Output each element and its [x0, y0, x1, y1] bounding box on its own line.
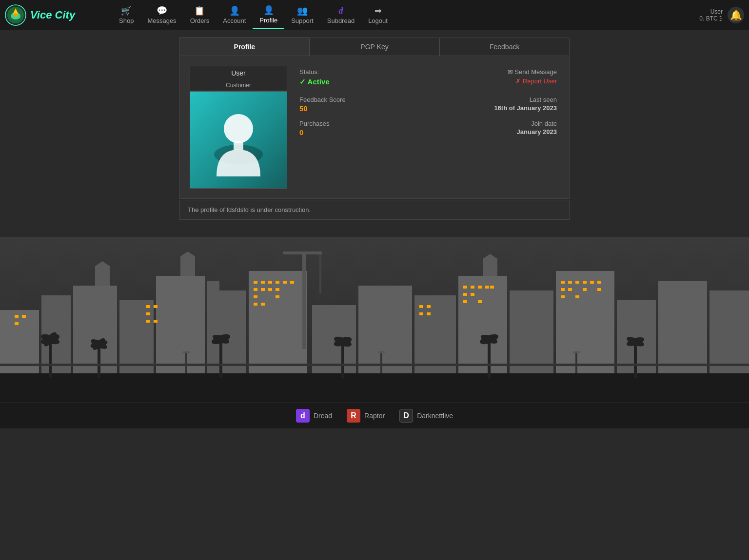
- report-user-link[interactable]: ✗ Report User: [508, 77, 557, 85]
- darknetlive-logo: D: [399, 409, 413, 423]
- svg-rect-106: [573, 351, 580, 353]
- svg-rect-43: [276, 281, 279, 284]
- svg-rect-40: [254, 281, 257, 284]
- svg-rect-67: [561, 281, 565, 284]
- svg-rect-101: [185, 351, 187, 373]
- avatar-box: [190, 91, 287, 189]
- svg-rect-53: [261, 303, 265, 306]
- svg-marker-15: [180, 251, 195, 276]
- svg-rect-50: [254, 295, 257, 298]
- join-date-label: Join date: [432, 120, 557, 127]
- messages-icon: 💬: [157, 5, 167, 16]
- nav-orders[interactable]: 📋 Orders: [183, 1, 217, 28]
- dread-logo: d: [296, 409, 310, 423]
- nav-subdread[interactable]: d Subdread: [320, 2, 361, 28]
- svg-rect-103: [380, 351, 382, 373]
- svg-rect-59: [471, 286, 474, 289]
- svg-rect-20: [319, 254, 321, 293]
- tab-pgp[interactable]: PGP Key: [310, 38, 440, 56]
- footer-raptor-label: Raptor: [364, 412, 385, 420]
- svg-rect-49: [276, 288, 279, 291]
- site-name: Vice City: [30, 9, 75, 21]
- profile-panel: User Customer: [179, 56, 570, 199]
- notifications-bell[interactable]: 🔔: [728, 7, 744, 23]
- svg-rect-74: [568, 288, 572, 291]
- navbar: Vice City 🛒 Shop 💬 Messages 📋 Orders 👤 A…: [0, 0, 749, 30]
- support-icon: 👥: [297, 5, 308, 16]
- svg-rect-42: [268, 281, 272, 284]
- username-badge: User: [190, 66, 287, 80]
- nav-profile[interactable]: 👤 Profile: [253, 1, 284, 29]
- svg-rect-76: [597, 288, 601, 291]
- svg-rect-69: [575, 281, 579, 284]
- account-icon: 👤: [229, 5, 240, 16]
- svg-rect-78: [575, 295, 579, 298]
- footer-darknetlive-link[interactable]: D Darknettlive: [399, 409, 453, 423]
- role-badge: Customer: [190, 80, 287, 91]
- svg-rect-37: [146, 312, 150, 315]
- logo-icon: [5, 4, 26, 26]
- nav-support[interactable]: 👥 Support: [284, 1, 320, 28]
- svg-rect-97: [634, 342, 637, 378]
- footer-raptor-link[interactable]: R Raptor: [347, 409, 385, 423]
- avatar-column: User Customer: [190, 66, 287, 189]
- nav-logout[interactable]: ➡ Logout: [361, 1, 394, 28]
- stats-grid: Feedback Score 50 Last seen 16th of Janu…: [299, 96, 557, 136]
- svg-rect-102: [183, 351, 190, 353]
- svg-rect-7: [234, 141, 243, 150]
- svg-rect-80: [49, 339, 52, 378]
- svg-rect-75: [583, 288, 587, 291]
- construction-notice: The profile of fdsfdsfd is under constru…: [179, 200, 570, 220]
- svg-marker-12: [95, 261, 110, 286]
- svg-rect-45: [290, 281, 294, 284]
- send-message-link[interactable]: ✉ Send Message: [508, 68, 557, 76]
- nav-account[interactable]: 👤 Account: [216, 1, 253, 28]
- svg-rect-84: [98, 344, 100, 378]
- svg-rect-56: [419, 312, 423, 315]
- svg-rect-62: [490, 286, 494, 289]
- join-date-item: Join date January 2023: [432, 120, 557, 136]
- svg-point-4: [14, 13, 18, 17]
- svg-rect-19: [283, 251, 322, 254]
- svg-rect-36: [154, 305, 158, 308]
- svg-rect-65: [463, 300, 467, 303]
- nav-shop[interactable]: 🛒 Shop: [112, 1, 140, 28]
- nav-subdread-label: Subdread: [327, 17, 355, 24]
- svg-rect-73: [561, 288, 565, 291]
- footer-dread-link[interactable]: d Dread: [296, 409, 332, 423]
- svg-rect-105: [575, 351, 577, 373]
- svg-point-6: [224, 114, 253, 143]
- svg-rect-38: [146, 320, 150, 323]
- tab-feedback[interactable]: Feedback: [439, 38, 570, 56]
- nav-messages-label: Messages: [147, 17, 176, 24]
- username-text: User: [231, 69, 246, 77]
- svg-rect-94: [488, 339, 491, 378]
- footer-darknetlive-label: Darknettlive: [417, 412, 453, 420]
- svg-rect-100: [0, 364, 749, 366]
- svg-rect-47: [261, 288, 265, 291]
- purchases-item: Purchases 0: [299, 120, 425, 136]
- nav-logout-label: Logout: [368, 17, 388, 24]
- svg-rect-48: [268, 288, 272, 291]
- svg-rect-33: [22, 315, 26, 318]
- feedback-score-item: Feedback Score 50: [299, 96, 425, 113]
- tab-profile[interactable]: Profile: [179, 38, 310, 56]
- svg-rect-52: [254, 303, 257, 306]
- svg-rect-72: [597, 281, 601, 284]
- svg-rect-51: [276, 295, 279, 298]
- raptor-logo: R: [347, 409, 360, 423]
- shop-icon: 🛒: [121, 5, 132, 16]
- svg-rect-34: [15, 322, 19, 325]
- footer: d Dread R Raptor D Darknettlive: [0, 403, 749, 428]
- nav-messages[interactable]: 💬 Messages: [140, 1, 183, 28]
- nav-items: 🛒 Shop 💬 Messages 📋 Orders 👤 Account 👤 P…: [112, 1, 699, 29]
- svg-rect-44: [283, 281, 287, 284]
- nav-shop-label: Shop: [119, 17, 134, 24]
- user-label: User: [699, 8, 723, 15]
- last-seen-item: Last seen 16th of January 2023: [432, 96, 557, 113]
- logo-area: Vice City: [5, 4, 102, 26]
- nav-orders-label: Orders: [190, 17, 210, 24]
- feedback-score-label: Feedback Score: [299, 96, 425, 103]
- svg-rect-68: [568, 281, 572, 284]
- main-content: Profile PGP Key Feedback User Customer: [175, 30, 574, 227]
